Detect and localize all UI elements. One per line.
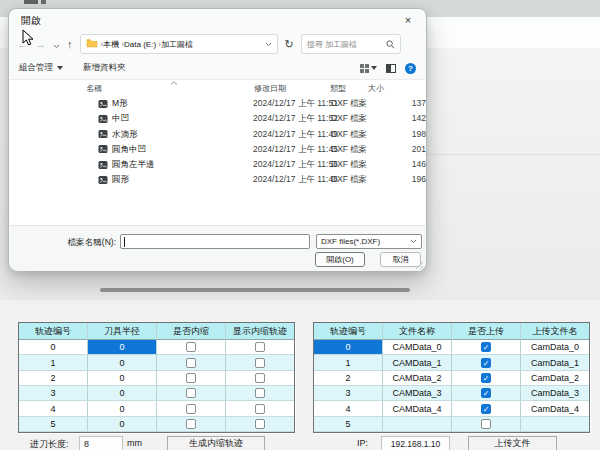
checkbox-unchecked[interactable]	[186, 342, 196, 352]
table-cell[interactable]: CAMData_0	[383, 340, 452, 355]
file-row[interactable]: 水滴形2024/12/17 上午 11:49DXF 檔案198	[10, 127, 425, 142]
filetype-select[interactable]: DXF files(*.DXF)	[316, 234, 422, 249]
table-cell[interactable]: 0	[88, 386, 157, 401]
breadcrumb-dropdown-chevron-icon[interactable]	[265, 40, 272, 49]
table-cell[interactable]: CamData_3	[521, 386, 589, 401]
table-cell[interactable]: 0	[88, 355, 157, 370]
open-button[interactable]: 開啟(O)	[315, 252, 365, 267]
table-cell[interactable]: 2	[19, 371, 88, 386]
table-cell[interactable]: 0	[19, 340, 88, 355]
up-icon[interactable]: ↑	[67, 39, 73, 50]
table-cell[interactable]: 5	[314, 417, 383, 432]
table-cell[interactable]	[157, 417, 226, 432]
table-cell[interactable]	[226, 386, 294, 401]
checkbox-unchecked[interactable]	[255, 358, 265, 368]
table-cell[interactable]: ✓	[452, 355, 521, 370]
checkbox-unchecked[interactable]	[481, 419, 491, 429]
column-header-size[interactable]: 大小	[368, 83, 384, 94]
column-header-name[interactable]: 名稱	[86, 83, 102, 94]
table-cell[interactable]: 0	[88, 401, 157, 416]
table-cell[interactable]: CamData_0	[521, 340, 589, 355]
checkbox-unchecked[interactable]	[186, 373, 196, 383]
upload-file-button[interactable]: 上传文件	[468, 436, 557, 450]
checkbox-unchecked[interactable]	[186, 404, 196, 414]
table-cell[interactable]	[452, 417, 521, 432]
checkbox-unchecked[interactable]	[255, 342, 265, 352]
table-cell[interactable]: 1	[314, 355, 383, 370]
table-cell[interactable]: ✓	[452, 401, 521, 416]
table-cell[interactable]: 0	[314, 340, 383, 355]
view-mode-button[interactable]	[360, 64, 377, 73]
table-cell[interactable]: CAMData_2	[383, 371, 452, 386]
close-icon[interactable]: ×	[396, 11, 420, 28]
checkbox-unchecked[interactable]	[255, 419, 265, 429]
table-cell[interactable]: CAMData_3	[383, 386, 452, 401]
checkbox-checked[interactable]: ✓	[481, 373, 491, 383]
checkbox-checked[interactable]: ✓	[481, 342, 491, 352]
table-cell[interactable]: 3	[314, 386, 383, 401]
table-cell[interactable]	[383, 417, 452, 432]
file-row[interactable]: 中凹2024/12/17 上午 11:52DXF 檔案142	[10, 111, 425, 126]
horizontal-scrollbar[interactable]	[100, 288, 410, 292]
table-cell[interactable]: 1	[19, 355, 88, 370]
forward-icon[interactable]: →	[35, 39, 46, 50]
checkbox-unchecked[interactable]	[186, 358, 196, 368]
table-cell[interactable]: 0	[88, 417, 157, 432]
breadcrumb-item[interactable]: 本機	[103, 40, 119, 49]
table-cell[interactable]: 0	[88, 371, 157, 386]
search-input[interactable]: 搜尋 加工圖檔	[301, 34, 401, 54]
table-cell[interactable]: CamData_4	[521, 401, 589, 416]
table-cell[interactable]	[226, 355, 294, 370]
file-row[interactable]: 圓角左半邊2024/12/17 上午 11:56DXF 檔案146	[10, 157, 425, 172]
feed-length-input[interactable]: 8	[79, 436, 123, 450]
table-cell[interactable]: CAMData_1	[383, 355, 452, 370]
refresh-icon[interactable]: ↻	[285, 39, 294, 50]
breadcrumb[interactable]: ›本機 ›Data (E:) ›加工圖檔	[80, 34, 278, 54]
ip-address-input[interactable]: 192.168.1.10	[381, 436, 450, 450]
table-cell[interactable]: CamData_2	[521, 371, 589, 386]
resize-grip[interactable]	[415, 261, 423, 269]
table-cell[interactable]: CAMData_4	[383, 401, 452, 416]
checkbox-unchecked[interactable]	[186, 388, 196, 398]
table-cell[interactable]	[157, 401, 226, 416]
breadcrumb-item[interactable]: Data (E:)	[124, 40, 156, 49]
table-cell[interactable]: ✓	[452, 340, 521, 355]
table-cell[interactable]: 4	[314, 401, 383, 416]
table-cell[interactable]	[157, 355, 226, 370]
generate-trajectory-button[interactable]: 生成内缩轨迹	[167, 436, 265, 450]
table-cell[interactable]	[226, 340, 294, 355]
checkbox-checked[interactable]: ✓	[481, 388, 491, 398]
table-cell[interactable]: ✓	[452, 386, 521, 401]
table-cell[interactable]: CamData_1	[521, 355, 589, 370]
table-cell[interactable]	[226, 417, 294, 432]
table-cell[interactable]: 5	[19, 417, 88, 432]
new-folder-button[interactable]: 新增資料夾	[83, 62, 126, 74]
table-cell[interactable]	[157, 340, 226, 355]
column-header-date[interactable]: 修改日期	[254, 83, 286, 94]
file-row[interactable]: 圓形2024/12/17 上午 11:46DXF 檔案196	[10, 172, 425, 187]
table-cell[interactable]: 3	[19, 386, 88, 401]
table-cell[interactable]	[226, 371, 294, 386]
preview-pane-icon[interactable]	[386, 64, 396, 73]
recent-locations-chevron-icon[interactable]	[53, 35, 60, 53]
table-cell[interactable]: 2	[314, 371, 383, 386]
table-cell[interactable]	[157, 386, 226, 401]
file-row[interactable]: 圓角中凹2024/12/17 上午 11:45DXF 檔案201	[10, 142, 425, 157]
checkbox-unchecked[interactable]	[255, 373, 265, 383]
column-header-type[interactable]: 類型	[330, 83, 346, 94]
table-cell[interactable]: 4	[19, 401, 88, 416]
organize-button[interactable]: 組合管理	[19, 62, 53, 74]
checkbox-unchecked[interactable]	[255, 404, 265, 414]
table-cell[interactable]	[521, 417, 589, 432]
table-cell[interactable]	[226, 401, 294, 416]
help-icon[interactable]: ?	[405, 63, 416, 74]
checkbox-checked[interactable]: ✓	[481, 404, 491, 414]
table-cell[interactable]: 0	[88, 340, 157, 355]
table-cell[interactable]: ✓	[452, 371, 521, 386]
checkbox-unchecked[interactable]	[255, 388, 265, 398]
checkbox-checked[interactable]: ✓	[481, 358, 491, 368]
table-cell[interactable]	[157, 371, 226, 386]
breadcrumb-item[interactable]: 加工圖檔	[161, 40, 193, 49]
filename-input[interactable]	[120, 234, 310, 249]
file-row[interactable]: M形2024/12/17 上午 11:51DXF 檔案137	[10, 96, 425, 111]
